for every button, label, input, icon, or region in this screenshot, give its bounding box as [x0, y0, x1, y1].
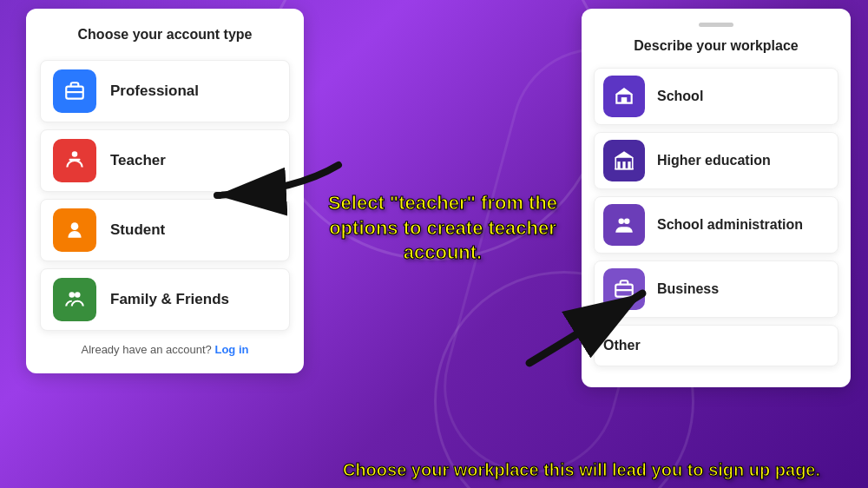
svg-rect-9 — [622, 162, 625, 169]
svg-point-12 — [619, 218, 625, 223]
teacher-icon — [53, 139, 96, 182]
svg-point-3 — [71, 222, 79, 230]
login-link[interactable]: Log in — [214, 343, 248, 356]
school-icon — [603, 76, 645, 117]
family-icon — [53, 278, 96, 321]
already-account-text: Already have an account? Log in — [40, 343, 290, 356]
student-icon — [53, 208, 96, 252]
right-panel-title: Describe your workplace — [594, 37, 838, 56]
professional-icon — [53, 69, 96, 113]
family-label: Family & Friends — [110, 291, 229, 308]
school-admin-label: School administration — [657, 217, 803, 233]
higher-education-option[interactable]: Higher education — [594, 132, 838, 189]
school-admin-option[interactable]: School administration — [594, 196, 838, 254]
school-label: School — [657, 89, 703, 104]
svg-point-5 — [75, 292, 81, 298]
student-label: Student — [110, 221, 165, 239]
bottom-instruction: Choose your workplace this will lead you… — [330, 458, 833, 481]
teacher-label: Teacher — [110, 152, 166, 169]
svg-point-4 — [69, 292, 76, 298]
school-option[interactable]: School — [594, 68, 838, 125]
svg-rect-11 — [615, 168, 634, 169]
family-option[interactable]: Family & Friends — [40, 268, 290, 331]
svg-rect-8 — [617, 162, 620, 169]
left-panel-title: Choose your account type — [40, 26, 290, 44]
higher-education-label: Higher education — [657, 153, 771, 168]
svg-point-13 — [624, 218, 630, 223]
drag-handle — [699, 23, 733, 27]
svg-rect-2 — [69, 159, 81, 161]
professional-option[interactable]: Professional — [40, 60, 290, 122]
teacher-arrow — [191, 148, 347, 221]
instruction-text: Select "teacher" from the options to cre… — [321, 191, 564, 266]
professional-label: Professional — [110, 82, 199, 100]
workplace-arrow — [503, 267, 677, 375]
svg-rect-7 — [621, 97, 628, 103]
higher-education-icon — [603, 140, 645, 181]
svg-rect-10 — [628, 162, 630, 169]
school-admin-icon — [603, 204, 645, 246]
